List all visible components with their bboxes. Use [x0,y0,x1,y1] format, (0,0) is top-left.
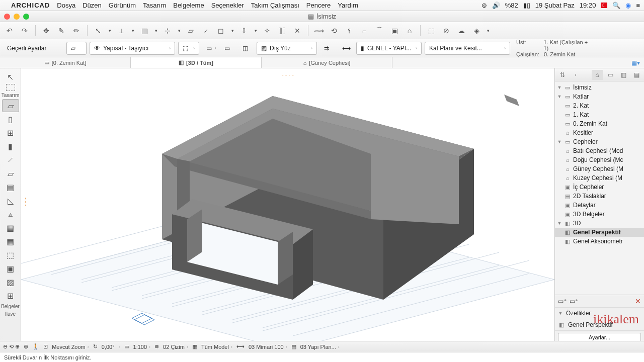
nav-perspective[interactable]: ◧Genel Perspektif [555,228,644,237]
column-tool[interactable]: ▮ [2,140,19,153]
nav-props-label[interactable]: Özellikler [566,310,591,317]
inject-button[interactable]: ✏ [70,24,83,37]
scale-select[interactable]: 1:100› [133,344,151,350]
orbit-icon[interactable]: ⊗ [24,343,28,350]
chevron-down-icon[interactable]: ▾ [176,24,182,37]
wall-tool[interactable]: ▱ [2,99,19,112]
geometry-method-4[interactable]: ◫ [238,42,254,55]
slab-tool[interactable]: ▱ [2,167,19,180]
notif-icon[interactable]: ≡ [636,2,640,9]
walk-icon[interactable]: 🚶 [32,343,39,350]
menubar-time[interactable]: 19:20 [580,2,596,9]
align-button[interactable]: ⫯ [343,24,356,37]
magic-button[interactable]: ✧ [261,24,274,37]
layercombo-select[interactable]: 02 Çizim› [163,344,188,350]
nav-sections[interactable]: ⌂Kesitler [555,128,644,137]
nav-story-1[interactable]: ▭1. Kat [555,110,644,119]
chevron-down-icon[interactable]: ▾ [107,24,113,37]
nav-stories[interactable]: ▼▭Katlar [555,92,644,101]
nav-elev-n[interactable]: ⌂Kuzey Cephesi (M [555,173,644,183]
geometry-method-3[interactable]: ▭ [220,42,235,55]
menubar-date[interactable]: 19 Şubat Paz [535,2,575,9]
nav-root[interactable]: ▼▭İsimsiz [555,83,644,92]
chevron-down-icon[interactable]: ▾ [229,24,235,37]
plane-button[interactable]: ◻ [214,24,227,37]
shell-tool[interactable]: ⟁ [2,208,19,221]
menu-window[interactable]: Pencere [306,2,331,9]
morph-tool[interactable]: ▦ [2,235,19,248]
geometry-method-1[interactable]: ⬚› [178,42,199,55]
fit-icon[interactable]: ⊡ [43,343,48,350]
marquee-tool[interactable] [6,84,15,91]
menu-help[interactable]: Yardım [338,2,358,9]
tab-elevation[interactable]: ⌂[Güney Cephesi] [262,57,392,68]
open-button[interactable]: ▣ [388,24,401,37]
battery-icon[interactable]: ▮▯ [523,2,530,9]
chevron-down-icon[interactable]: ▾ [153,24,159,37]
grid-button[interactable]: ▦ [138,24,151,37]
gravity-button[interactable]: ⇩ [237,24,251,37]
app-name[interactable]: ARCHICAD [11,2,50,9]
roof-tool[interactable]: ◺ [2,194,19,207]
nav-drafts[interactable]: ▤2D Taslaklar [555,192,644,201]
zoom-tools[interactable]: ⊖ ⟲ ⊕ [3,343,20,350]
tab-floorplan[interactable]: ▭[0. Zemin Kat] [0,57,131,68]
nav-delete-icon[interactable]: ✕ [635,297,641,305]
scale-icon[interactable]: ▭ [124,343,129,350]
object-tool[interactable]: ⬚ [2,248,19,261]
spotlight-icon[interactable]: 🔍 [612,2,620,9]
curtain-tool[interactable]: ▦ [2,221,19,234]
geometry-method-2[interactable]: ▭› [202,42,217,55]
rotate-icon[interactable]: ↻ [93,343,98,350]
pick-button[interactable]: ✥ [40,24,53,37]
beam-tool[interactable]: ⟋ [2,153,19,166]
guide-button[interactable]: ⟋ [199,24,212,37]
model-icon[interactable]: ▦ [192,343,197,350]
nav-elev-e[interactable]: ⌂Doğu Cephesi (Mc [555,155,644,164]
plan-select[interactable]: 03 Yapı Plan...› [300,344,340,350]
menu-edit[interactable]: Düzen [83,2,102,9]
measure-button[interactable]: ⟧⟦ [276,24,289,37]
corner-button[interactable]: ⌐ [358,24,371,37]
close-button[interactable] [4,14,10,20]
wifi-icon[interactable]: ⊚ [481,2,487,9]
nav-newview-icon[interactable]: ▭⁺ [558,298,567,305]
settings-label[interactable]: Geçerli Ayarlar [3,42,63,55]
menu-teamwork[interactable]: Takım Çalışması [251,2,299,9]
mesh-tool[interactable]: ▨ [2,276,19,289]
tab-3d[interactable]: ◧[3D / Tüm] [131,57,262,68]
angle-value[interactable]: 0,00° [102,344,115,350]
chevron-right-icon[interactable]: › [570,70,581,80]
menu-design[interactable]: Tasarım [143,2,166,9]
stair-tool[interactable]: ▤ [2,180,19,194]
nav-project-icon[interactable]: ⌂ [592,70,603,80]
minimize-button[interactable] [14,14,20,20]
nav-axo[interactable]: ◧Genel Aksonometr [555,237,644,246]
fill-select[interactable]: ▮GENEL - YAPI...› [356,42,422,55]
tab-dropdown-icon[interactable]: ▦▾ [631,59,640,66]
window-tool[interactable]: ⊞ [2,126,19,139]
nav-elev-s[interactable]: ⌂Güney Cephesi (M [555,164,644,173]
wall-icon-button[interactable]: ▱ [66,42,87,55]
trace-button[interactable]: ⟲ [328,24,341,37]
gridsnap-button[interactable]: ⊹ [161,24,174,37]
layer-icon[interactable]: ≋ [154,343,159,350]
nav-arrange-icon[interactable]: ⇅ [557,70,568,80]
zoom-select[interactable]: Mevcut Zoom› [52,344,89,350]
eyedropper-button[interactable]: ✎ [55,24,68,37]
ref-button[interactable]: ⟷ [338,42,353,55]
suspend-button[interactable]: ⟿ [312,24,326,37]
nav-views-icon[interactable]: ▭ [605,70,616,80]
dim-select[interactable]: 03 Mimari 100› [249,344,287,350]
flip-button[interactable]: ⇉ [320,42,335,55]
undo-button[interactable]: ↶ [3,24,16,37]
viewport-3d[interactable]: - - - - - - - [21,68,554,356]
nav-publish-icon[interactable]: ▤ [631,70,642,80]
cross-button[interactable]: ✕ [291,24,304,37]
volume-icon[interactable]: 🔊 [492,2,500,9]
nav-layouts-icon[interactable]: ▥ [618,70,629,80]
display-select[interactable]: Kat Planı ve Kesit...› [425,42,510,55]
redo-button[interactable]: ↷ [18,24,31,37]
menu-view[interactable]: Görünüm [109,2,136,9]
nav-3d[interactable]: ▼◧3D [555,219,644,228]
